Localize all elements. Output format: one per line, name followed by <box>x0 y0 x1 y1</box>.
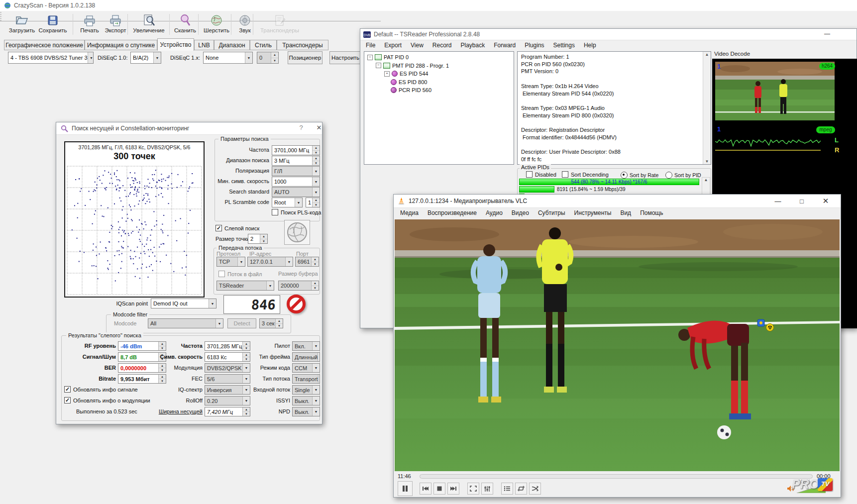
fullscreen-button[interactable] <box>467 483 479 495</box>
diseqc10-select[interactable]: B/A(2)▼ <box>130 52 161 64</box>
vlc-minimize-button[interactable]: — <box>768 195 788 207</box>
result2-field-4[interactable]: Инверсия▼ <box>205 385 250 395</box>
pause-button[interactable] <box>398 481 413 496</box>
result3-field-3[interactable]: Transport▼ <box>292 374 320 384</box>
param-field-0[interactable]: 3701,000 МГц▲▼ <box>272 145 320 155</box>
result3-field-0[interactable]: Вкл.▼ <box>292 341 320 351</box>
sort-descending-checkbox[interactable]: Sort Decending <box>562 171 609 178</box>
stop-button[interactable] <box>433 483 445 495</box>
param-field-2[interactable]: Г/Л▼ <box>272 166 320 176</box>
collapse-minus-icon[interactable]: − <box>376 63 381 68</box>
tab-x0[interactable]: Географическое положение <box>4 40 85 50</box>
scroll-down-icon[interactable]: ▼ <box>703 159 711 164</box>
modcode-select[interactable]: All▼ <box>148 318 223 328</box>
diseqc1x-select[interactable]: None▼ <box>203 52 253 64</box>
toolbar-button-scan[interactable]: Сканить <box>170 12 200 38</box>
tab-x4[interactable]: Диапазон <box>214 40 250 50</box>
vlc-close-button[interactable]: ✕ <box>816 195 836 207</box>
pid-bar[interactable]: 8191 (15.84% ~ 1.59 Mbps)/39 <box>519 186 699 193</box>
menu-view[interactable]: View <box>406 40 428 50</box>
result2-field-0[interactable]: 3701,285 МГц▲▼ <box>205 341 250 351</box>
param-field-3[interactable]: 1000▼ <box>272 177 320 187</box>
stop-button[interactable] <box>286 294 306 314</box>
tab-x1[interactable]: Информация о спутнике <box>85 40 157 50</box>
tuner-select[interactable]: 4 - TBS 6908 DVBS/S2 Tuner 3▼ <box>8 52 94 64</box>
extended-settings-button[interactable] <box>481 483 493 495</box>
tree-item-es-pid-800[interactable]: ES PID 800 <box>384 79 427 85</box>
detect-interval-spinner[interactable]: 3 сек▲▼ <box>259 318 283 328</box>
toolbar-button-save[interactable]: Сохранить <box>36 12 70 38</box>
random-button[interactable] <box>529 483 541 495</box>
result2-field-3[interactable]: 5/6▼ <box>205 374 250 384</box>
param-field-1[interactable]: 3 МГц▲▼ <box>272 156 320 166</box>
vlc-menu-3[interactable]: Видео <box>507 208 534 218</box>
result2-field-2[interactable]: DVBS2/QPSK▼ <box>205 363 250 373</box>
toolbar-button-export[interactable]: Экспорт <box>101 12 130 38</box>
iq-monitor-button[interactable] <box>284 220 310 245</box>
collapse-minus-icon[interactable]: − <box>367 55 373 60</box>
seek-bar[interactable] <box>420 474 813 479</box>
toolbar-button-transponders[interactable]: Транспондеры <box>257 12 303 38</box>
result3-field-1[interactable]: Длинный▼ <box>292 352 320 362</box>
param-field2-5[interactable]: 1▲▼ <box>306 198 320 207</box>
playlist-button[interactable] <box>501 483 513 495</box>
result2-field-6[interactable]: 7,420 МГц▲▼ <box>205 407 250 416</box>
detect-button[interactable]: Detect <box>227 318 256 328</box>
param-field-4[interactable]: AUTO▼ <box>272 187 320 197</box>
tab-x3[interactable]: LNB <box>194 40 214 50</box>
result3-field-2[interactable]: CCM▼ <box>292 363 320 373</box>
vlc-menu-7[interactable]: Помощь <box>636 208 667 218</box>
next-button[interactable] <box>447 483 459 495</box>
vlc-maximize-button[interactable]: □ <box>792 195 812 207</box>
tab-device[interactable]: Устройство <box>157 38 194 51</box>
positioner-button[interactable]: Позиционер <box>288 51 322 64</box>
tree-item-pat-pid-0[interactable]: −PAT PID 0 <box>367 54 409 60</box>
tree-item-es-pid-544[interactable]: +ES PID 544 <box>384 71 428 77</box>
update-modulation-checkbox[interactable]: ✓Обновлять инфо о модуляции <box>64 397 150 403</box>
file-icon[interactable] <box>757 319 765 329</box>
blind-search-checkbox[interactable]: ✓Слепой поиск <box>215 225 259 231</box>
info-scrollbar[interactable]: ▲▼ <box>703 52 711 164</box>
pid-bar[interactable]: 544 (80.78% ~ 14.11 Kbps) *167/6 <box>519 179 699 185</box>
stream-to-file-checkbox[interactable]: Поток в файл <box>218 271 262 277</box>
sort-by-rate-radio[interactable]: Sort by Rate <box>621 172 658 179</box>
toolbar-button-open-folder[interactable]: Загрузить <box>6 12 38 38</box>
vlc-menu-6[interactable]: Вид <box>616 208 636 218</box>
menu-help[interactable]: Help <box>579 40 601 50</box>
tree-item-pmt-pid-288---progr.-1[interactable]: −PMT PID 288 - Progr. 1 <box>376 63 449 69</box>
toolbar-button-sweep[interactable]: Шерстить <box>200 12 233 38</box>
previous-button[interactable] <box>420 483 431 495</box>
menu-file[interactable]: File <box>361 40 380 50</box>
menu-playback[interactable]: Playback <box>456 40 490 50</box>
tab-x5[interactable]: Стиль <box>250 40 277 50</box>
pls-search-checkbox[interactable]: Поиск PLS-кода <box>272 209 321 215</box>
vlc-menu-2[interactable]: Аудио <box>481 208 507 218</box>
dot-size-spinner[interactable]: 2▲▼ <box>248 234 268 244</box>
vlc-menu-1[interactable]: Воспроизведение <box>423 208 481 218</box>
vlc-menu-4[interactable]: Субтитры <box>534 208 570 218</box>
toolbar-button-zoom-doc[interactable]: Увеличение <box>130 12 167 38</box>
tree-item-pcr-pid-560[interactable]: PCR PID 560 <box>384 87 431 93</box>
loop-button[interactable] <box>515 483 527 495</box>
protocol-select[interactable]: TCP▼ <box>216 257 245 267</box>
dialog-help-button[interactable]: ? <box>296 124 306 133</box>
menu-record[interactable]: Record <box>428 40 456 50</box>
iqscan-select[interactable]: Demod IQ out▼ <box>151 299 216 308</box>
result3-field-4[interactable]: Single▼ <box>292 385 320 395</box>
disabled-checkbox[interactable]: Disabled <box>526 171 556 178</box>
menu-forward[interactable]: Forward <box>489 40 520 50</box>
result2-field-5[interactable]: 0.20▼ <box>205 396 250 405</box>
dialog-close-button[interactable]: ✕ <box>314 124 324 133</box>
ip-select[interactable]: 127.0.0.1▼ <box>247 257 293 267</box>
configure-button[interactable]: Настроить <box>329 51 361 64</box>
radiation-icon[interactable]: ☢ <box>766 323 774 333</box>
expand-plus-icon[interactable]: + <box>384 71 390 77</box>
buffer-spinner[interactable]: 200000▲▼ <box>278 281 319 291</box>
vlc-menu-5[interactable]: Инструменты <box>570 208 616 218</box>
scroll-up-icon[interactable]: ▲ <box>703 52 711 57</box>
sort-by-pid-radio[interactable]: Sort by PID <box>665 172 701 179</box>
tsreader-minimize-button[interactable]: — <box>818 29 836 40</box>
position-spinner[interactable]: 0▲▼ <box>257 52 279 64</box>
toolbar-button-print[interactable]: Печать <box>76 12 104 38</box>
vlc-menu-0[interactable]: Медиа <box>396 208 423 218</box>
